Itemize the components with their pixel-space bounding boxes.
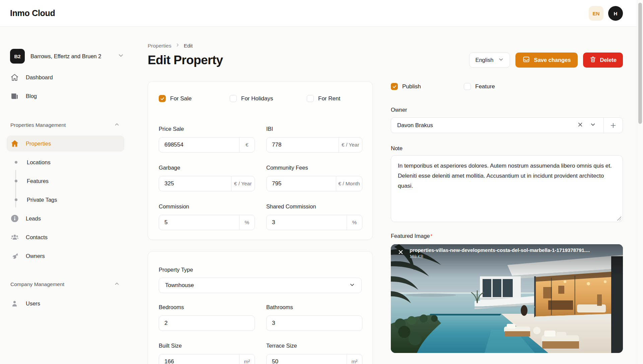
field-suffix: € / Year (231, 176, 255, 191)
field-label: IBI (266, 125, 362, 132)
checkbox-publish[interactable]: Publish (391, 83, 464, 90)
field-bathrooms: Bathrooms (266, 304, 362, 331)
save-changes-button[interactable]: Save changes (515, 53, 578, 68)
bullet-icon (15, 198, 17, 201)
sidebar-section-properties-management[interactable]: Properties Management (10, 121, 120, 129)
company-switcher[interactable]: B2 Barrows, Effertz and Bruen 2 (10, 49, 124, 64)
ibi-input[interactable] (267, 138, 339, 152)
field-label: Built Size (159, 342, 255, 349)
person-icon (10, 299, 19, 308)
checkbox-unchecked-icon (307, 95, 314, 102)
commission-input[interactable] (159, 215, 239, 230)
trash-icon (589, 56, 596, 64)
checkbox-for-sale[interactable]: For Sale (159, 95, 230, 102)
sidebar-item-label: Leads (26, 215, 41, 222)
breadcrumb-properties[interactable]: Properties (148, 43, 171, 49)
language-badge-button[interactable]: EN (589, 6, 603, 21)
details-card: Property Type Townhouse Bedrooms Bathroo… (148, 251, 373, 364)
built-size-input[interactable] (159, 354, 239, 364)
sidebar-item-label: Blog (26, 93, 37, 99)
bedrooms-input[interactable] (159, 316, 255, 331)
price-sale-input[interactable] (159, 138, 239, 152)
checkbox-label: For Sale (170, 95, 192, 102)
chevron-right-icon (175, 42, 180, 49)
field-suffix: m² (347, 354, 362, 364)
checkbox-label: For Holidays (241, 95, 273, 102)
sidebar-item-features[interactable]: Features (7, 173, 124, 189)
field-terrace-size: Terrace Size m² (266, 342, 362, 364)
add-owner-button[interactable] (603, 118, 623, 133)
field-shared-commission: Shared Commission % (266, 203, 362, 230)
sidebar-item-owners[interactable]: Owners (7, 248, 124, 264)
field-label: Bedrooms (159, 304, 255, 310)
clear-icon[interactable] (577, 121, 583, 129)
listing-card: For Sale For Holidays For Rent Price Sal… (148, 81, 373, 240)
checkbox-for-holidays[interactable]: For Holidays (230, 95, 307, 102)
field-ibi: IBI € / Year (266, 125, 362, 153)
field-community-fees: Community Fees € / Month (266, 164, 362, 191)
image-filename: properties-villas-new-developments-costa… (410, 247, 618, 253)
chevron-down-icon (498, 57, 504, 64)
property-type-value: Townhouse (165, 282, 194, 289)
sidebar-item-blog[interactable]: Blog (7, 88, 124, 104)
checkbox-label: For Rent (318, 95, 340, 102)
property-type-select[interactable]: Townhouse (159, 278, 362, 293)
note-field-wrap: In temporibus et asperiores dolores. Aut… (391, 155, 623, 222)
publish-panel: Publish Feature Owner Davon Brakus N (391, 27, 623, 353)
section-label: Company Management (10, 281, 64, 287)
content-language-value: English (475, 57, 493, 63)
page-actions: English Save changes Delete (469, 53, 623, 68)
field-suffix: € / Year (339, 138, 362, 152)
section-label: Properties Management (10, 122, 66, 128)
field-label: Property Type (159, 266, 362, 273)
sidebar-item-properties[interactable]: Properties (7, 135, 124, 152)
info-circle-icon (10, 214, 19, 223)
scrollbar-thumb[interactable] (638, 3, 642, 124)
checkbox-label: Feature (475, 83, 495, 90)
checkbox-checked-icon (159, 95, 166, 102)
checkbox-feature[interactable]: Feature (464, 83, 623, 90)
bathrooms-input[interactable] (267, 316, 362, 331)
owner-label: Owner (391, 106, 623, 113)
field-suffix: € / Month (336, 176, 362, 191)
shared-commission-input[interactable] (267, 215, 347, 230)
sidebar-item-locations[interactable]: Locations (7, 154, 124, 170)
chevron-down-icon[interactable] (590, 121, 596, 129)
field-label: Commission (159, 203, 255, 210)
breadcrumb-edit: Edit (184, 43, 193, 49)
resize-handle[interactable] (617, 216, 621, 220)
sidebar-item-label: Dashboard (26, 74, 53, 81)
sidebar-item-label: Private Tags (27, 197, 57, 203)
sidebar-item-users[interactable]: Users (7, 295, 124, 311)
sidebar-item-label: Properties (26, 141, 51, 147)
garbage-input[interactable] (159, 176, 231, 191)
featured-image-card: properties-villas-new-developments-costa… (391, 244, 623, 353)
checkbox-for-rent[interactable]: For Rent (307, 95, 362, 102)
scrollbar-track[interactable] (637, 0, 643, 364)
home-outline-icon (10, 73, 19, 82)
terrace-size-input[interactable] (267, 354, 347, 364)
owner-select[interactable]: Davon Brakus (391, 117, 623, 133)
sidebar-item-contacts[interactable]: Contacts (7, 229, 124, 245)
app-logo: Inmo Cloud (10, 8, 55, 18)
sidebar-item-private-tags[interactable]: Private Tags (7, 192, 124, 208)
chevron-down-icon (349, 282, 355, 289)
company-name: Barrows, Effertz and Bruen 2 (30, 52, 107, 61)
note-textarea[interactable]: In temporibus et asperiores dolores. Aut… (391, 156, 623, 222)
field-built-size: Built Size m² (159, 342, 255, 364)
company-avatar: B2 (10, 49, 25, 64)
field-label: Community Fees (266, 164, 362, 171)
sidebar-item-leads[interactable]: Leads (7, 210, 124, 226)
delete-button[interactable]: Delete (583, 53, 623, 68)
save-inbox-icon (522, 56, 530, 65)
field-suffix: % (239, 215, 255, 230)
breadcrumb: Properties Edit (148, 42, 373, 49)
sidebar-section-company-management[interactable]: Company Management (10, 280, 120, 288)
sidebar: B2 Barrows, Effertz and Bruen 2 Dashboar… (0, 27, 135, 364)
user-avatar[interactable]: H (608, 6, 623, 21)
content-language-select[interactable]: English (469, 53, 510, 68)
save-button-label: Save changes (534, 57, 571, 63)
remove-image-button[interactable] (398, 249, 404, 257)
sidebar-item-dashboard[interactable]: Dashboard (7, 69, 124, 85)
community-fees-input[interactable] (267, 176, 336, 191)
